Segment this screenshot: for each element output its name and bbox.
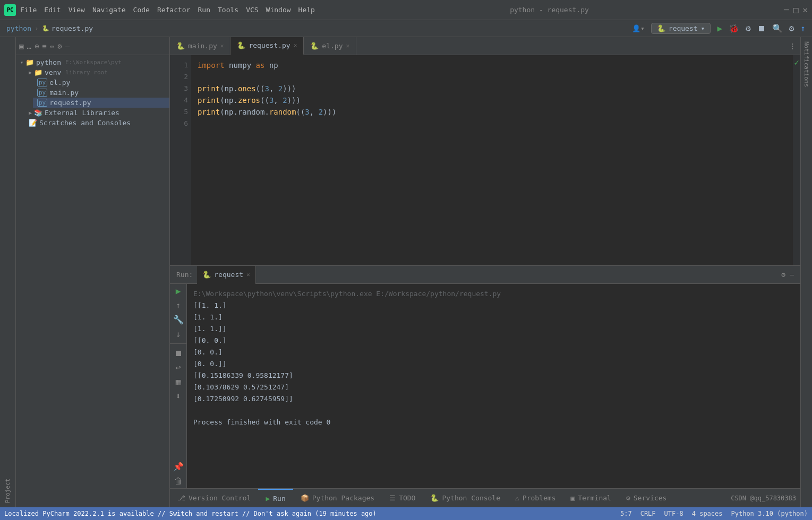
run-scroll-icon[interactable]: ⬇ (176, 391, 181, 401)
run-wrap-icon[interactable]: ↩ (176, 362, 181, 372)
code-editor[interactable]: 1 2 3 4 5 6 import numpy as np print(np.… (170, 55, 800, 265)
services-icon: ⚙ (626, 494, 630, 502)
run-wrench-icon[interactable]: 🔧 (173, 315, 184, 325)
csdn-label: CSDN @qq_57830383 (731, 495, 796, 502)
menu-refactor[interactable]: Refactor (157, 6, 191, 14)
panel-settings-icon[interactable]: ⚙ (57, 42, 62, 50)
tab-main-py[interactable]: 🐍 main.py ✕ (170, 37, 230, 55)
menu-view[interactable]: View (69, 6, 85, 14)
divider (170, 343, 186, 344)
minimize-button[interactable]: ─ (784, 5, 789, 15)
tab-close-el[interactable]: ✕ (346, 42, 349, 49)
tab-close-main[interactable]: ✕ (220, 42, 224, 49)
run-tab-icon: 🐍 (202, 271, 211, 279)
tab-python-packages[interactable]: 📦 Python Packages (293, 489, 382, 508)
tab-terminal[interactable]: ▣ Terminal (563, 489, 618, 508)
editor-tab-bar: 🐍 main.py ✕ 🐍 request.py ✕ 🐍 el.py ✕ ⋮ (170, 37, 800, 55)
main-area: Project ▣ … ⊕ ≡ ⇔ ⚙ — ▾ 📁 python E:\Work… (0, 37, 812, 507)
panel-layout-icon[interactable]: ▣ (19, 42, 23, 50)
stop-button[interactable]: ⏹ (757, 23, 766, 33)
run-output-line-7: [[0.15186339 0.95812177] (193, 370, 794, 382)
services-label: Services (634, 494, 667, 502)
menu-edit[interactable]: Edit (44, 6, 61, 14)
tree-item-el-py[interactable]: py el.py (33, 77, 169, 88)
panel-collapse-icon[interactable]: ≡ (42, 42, 46, 50)
run-up-icon[interactable]: ↑ (176, 300, 181, 310)
close-button[interactable]: ✕ (802, 5, 808, 15)
coverage-button[interactable]: ⚙ (746, 23, 751, 33)
python-version[interactable]: Python 3.10 (python) (731, 510, 808, 517)
tab-request-py[interactable]: 🐍 request.py ✕ (230, 37, 304, 55)
project-sidebar-label[interactable]: Project (4, 479, 11, 503)
tab-more-button[interactable]: ⋮ (785, 42, 800, 50)
breadcrumb-right-actions: 👤▾ 🐍 request ▾ ▶ 🐞 ⚙ ⏹ 🔍 ⚙ ↑ (632, 23, 806, 34)
settings-button[interactable]: ⚙ (789, 23, 794, 33)
tab-label-el: el.py (322, 42, 343, 50)
code-line-6 (198, 118, 787, 129)
code-content[interactable]: import numpy as np print(np.ones((3, 2))… (191, 55, 793, 265)
tab-el-py[interactable]: 🐍 el.py ✕ (304, 37, 356, 55)
panel-scroll-icon[interactable]: ⇔ (50, 42, 54, 50)
tab-problems[interactable]: ⚠ Problems (508, 489, 563, 508)
file-icon: 🐍 (42, 25, 49, 32)
menu-window[interactable]: Window (266, 6, 291, 14)
menu-bar[interactable]: File Edit View Navigate Code Refactor Ru… (20, 6, 315, 14)
py-file-icon-request: py (37, 99, 47, 107)
tree-item-ext-libs[interactable]: ▶ 📚 External Libraries (24, 108, 169, 118)
tab-todo[interactable]: ☰ TODO (382, 489, 423, 508)
tree-root[interactable]: ▾ 📁 python E:\Workspace\pyt (16, 57, 169, 67)
tab-close-request[interactable]: ✕ (294, 42, 297, 49)
run-configuration[interactable]: 🐍 request ▾ (651, 23, 711, 34)
menu-code[interactable]: Code (133, 6, 150, 14)
tab-run[interactable]: ▶ Run (258, 489, 293, 508)
run-config-icon: 🐍 (657, 24, 665, 32)
breadcrumb-project[interactable]: python (6, 24, 31, 32)
run-stop-icon[interactable]: ⏹ (174, 348, 183, 358)
run-button[interactable]: ▶ (717, 23, 722, 33)
menu-vcs[interactable]: VCS (246, 6, 258, 14)
encoding[interactable]: UTF-8 (664, 510, 683, 517)
maximize-button[interactable]: □ (793, 5, 799, 15)
run-settings-icon[interactable]: ⚙ (781, 271, 785, 279)
menu-tools[interactable]: Tools (218, 6, 238, 14)
run-down-icon[interactable]: ↓ (176, 329, 181, 339)
panel-minimize-icon[interactable]: — (65, 42, 70, 50)
menu-file[interactable]: File (20, 6, 37, 14)
run-tab-close[interactable]: ✕ (246, 271, 250, 278)
cursor-position[interactable]: 5:7 (620, 510, 632, 517)
panel-dots-icon[interactable]: … (27, 42, 31, 50)
menu-run[interactable]: Run (198, 6, 210, 14)
line-ending[interactable]: CRLF (640, 510, 656, 517)
update-button[interactable]: ↑ (800, 23, 806, 33)
run-content: ▶ ↑ 🔧 ↓ ⏹ ↩ ▦ ⬇ 📌 🗑 E:\Workspace\python\… (170, 284, 800, 488)
tab-python-console[interactable]: 🐍 Python Console (423, 489, 508, 508)
tree-item-scratches[interactable]: 📝 Scratches and Consoles (24, 118, 169, 128)
menu-navigate[interactable]: Navigate (92, 6, 126, 14)
run-layout-icon[interactable]: ▦ (176, 377, 181, 387)
run-trash-icon[interactable]: 🗑 (174, 476, 183, 486)
tab-services[interactable]: ⚙ Services (619, 489, 674, 508)
debug-button[interactable]: 🐞 (729, 23, 739, 33)
search-button[interactable]: 🔍 (772, 23, 783, 33)
user-icon[interactable]: 👤▾ (632, 24, 645, 32)
run-output-line-4: [[0. 0.] (193, 335, 794, 346)
code-line-4: print(np.zeros((3, 2))) (198, 94, 787, 106)
ext-libs-icon: 📚 (34, 109, 42, 117)
menu-help[interactable]: Help (298, 6, 315, 14)
problems-icon: ⚠ (515, 494, 519, 502)
panel-sync-icon[interactable]: ⊕ (35, 42, 39, 50)
run-config-dropdown[interactable]: ▾ (701, 24, 705, 32)
run-play-icon[interactable]: ▶ (176, 286, 181, 296)
window-controls[interactable]: ─ □ ✕ (784, 5, 808, 15)
tree-item-request-py[interactable]: py request.py (33, 98, 169, 108)
left-sidebar: Project (0, 37, 16, 507)
run-minimize-icon[interactable]: — (790, 271, 794, 279)
notifications-label[interactable]: Notifications (803, 41, 810, 87)
breadcrumb-file[interactable]: 🐍 request.py (42, 24, 93, 32)
indent[interactable]: 4 spaces (692, 510, 723, 517)
run-pin-icon[interactable]: 📌 (173, 462, 184, 472)
tree-item-main-py[interactable]: py main.py (33, 88, 169, 98)
tree-item-venv[interactable]: ▶ 📁 venv library root (24, 67, 169, 77)
tab-version-control[interactable]: ⎇ Version Control (170, 489, 258, 508)
run-tab-request[interactable]: 🐍 request ✕ (197, 266, 255, 284)
